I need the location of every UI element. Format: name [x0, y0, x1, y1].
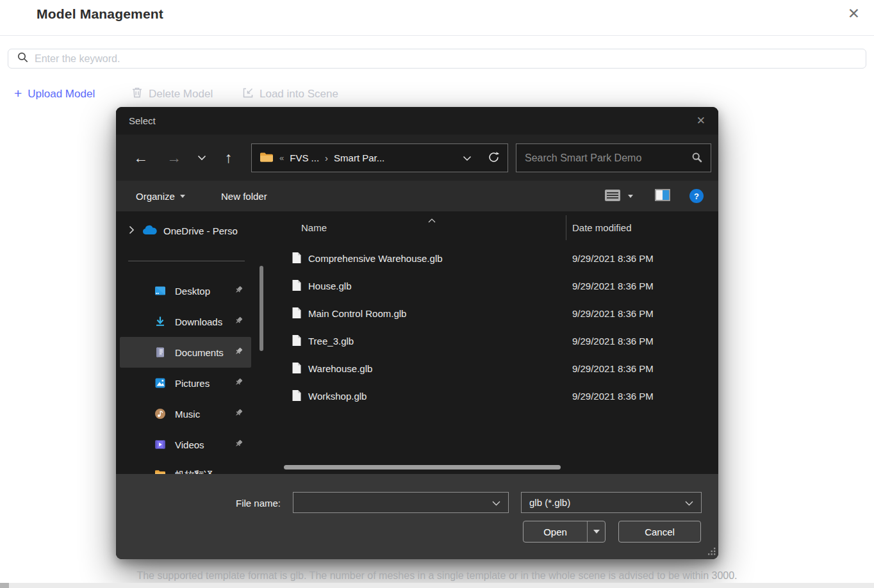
page-scrollbar-thumb[interactable]	[0, 583, 9, 588]
address-bar[interactable]: « FVS ... › Smart Par...	[251, 143, 508, 172]
dialog-search-input[interactable]	[525, 152, 686, 164]
pin-icon	[233, 316, 243, 328]
sidebar-item-music[interactable]: Music	[120, 398, 251, 429]
file-date: 9/29/2021 8:36 PM	[572, 281, 654, 291]
load-into-scene-button[interactable]: Load into Scene	[242, 84, 338, 104]
sidebar-item-videos[interactable]: Videos	[120, 429, 251, 460]
folder-icon	[154, 470, 166, 474]
navigation-pane: OneDrive - Perso Desktop	[116, 211, 276, 474]
sidebar-item-label: 帆软翻译	[175, 470, 213, 475]
model-management-window: Model Management ✕ + Upload Model Delete…	[0, 0, 874, 588]
page-horizontal-scrollbar[interactable]	[0, 583, 874, 588]
sidebar-item-label: Downloads	[175, 316, 222, 327]
plus-icon: +	[14, 86, 22, 101]
file-name-label: File name:	[236, 498, 281, 509]
file-name: Comprehensive Warehouse.glb	[308, 253, 443, 264]
column-divider[interactable]	[566, 215, 566, 240]
back-button[interactable]: ←	[133, 135, 148, 181]
sidebar-item-label: Videos	[175, 439, 204, 450]
file-date: 9/29/2021 8:36 PM	[572, 391, 654, 402]
breadcrumb-segment-fvs[interactable]: FVS ...	[290, 152, 319, 163]
search-input[interactable]	[35, 53, 857, 65]
breadcrumb-overflow-icon[interactable]: «	[279, 153, 284, 163]
forward-button[interactable]: →	[167, 135, 181, 181]
file-row[interactable]: Warehouse.glb 9/29/2021 8:36 PM	[282, 355, 718, 382]
combo-chevron-icon[interactable]	[685, 497, 693, 508]
organize-button[interactable]: Organize	[136, 181, 185, 211]
footer-note: The supported template format is glb. Th…	[0, 570, 874, 582]
file-name: Tree_3.glb	[308, 336, 354, 347]
search-icon	[17, 52, 28, 65]
sidebar-item-label: Desktop	[175, 286, 210, 297]
sidebar-item-desktop[interactable]: Desktop	[120, 275, 251, 306]
load-into-scene-label: Load into Scene	[260, 88, 338, 101]
videos-icon	[154, 439, 166, 450]
help-button[interactable]: ?	[689, 181, 704, 211]
file-icon	[292, 389, 302, 404]
new-folder-button[interactable]: New folder	[221, 181, 267, 211]
preview-pane-icon	[655, 189, 670, 203]
combo-chevron-icon[interactable]	[492, 497, 500, 508]
sidebar-item-documents[interactable]: Documents	[120, 337, 251, 368]
sidebar-item-onedrive[interactable]: OneDrive - Perso	[129, 221, 268, 240]
dialog-search-icon	[691, 152, 702, 165]
preview-pane-button[interactable]	[655, 181, 670, 211]
recent-locations-chevron-icon[interactable]	[197, 135, 206, 181]
column-header-date-modified[interactable]: Date modified	[572, 222, 632, 233]
horizontal-scrollbar[interactable]	[284, 465, 561, 470]
pin-icon	[233, 285, 243, 297]
downloads-icon	[154, 316, 166, 327]
up-button[interactable]: ↑	[225, 135, 233, 181]
sidebar-item-downloads[interactable]: Downloads	[120, 306, 251, 337]
sidebar-scrollbar[interactable]	[260, 266, 263, 351]
file-row[interactable]: Comprehensive Warehouse.glb 9/29/2021 8:…	[282, 245, 718, 272]
column-header-name[interactable]: Name	[301, 222, 327, 233]
onedrive-label: OneDrive - Perso	[163, 225, 268, 236]
refresh-icon[interactable]	[488, 151, 500, 165]
file-icon	[292, 334, 302, 348]
sidebar-item-label: Music	[175, 409, 200, 420]
open-dropdown-button[interactable]	[588, 530, 605, 534]
close-icon[interactable]: ✕	[848, 6, 860, 21]
file-type-combo[interactable]: glb (*.glb)	[521, 492, 702, 513]
address-dropdown-chevron-icon[interactable]	[463, 152, 472, 163]
keyword-search-field[interactable]	[8, 49, 866, 69]
file-icon	[292, 279, 302, 293]
folder-icon	[260, 152, 274, 165]
organize-label: Organize	[136, 191, 175, 202]
sidebar-item-label: Pictures	[175, 378, 210, 389]
dialog-content: OneDrive - Perso Desktop	[116, 211, 718, 474]
navigation-bar: ← → ↑ « FVS ... › Smart Par...	[116, 135, 718, 181]
sidebar-item-pictures[interactable]: Pictures	[120, 368, 251, 398]
breadcrumb-separator-icon: ›	[325, 152, 328, 163]
trash-icon	[131, 86, 143, 102]
file-row[interactable]: Main Control Room.glb 9/29/2021 8:36 PM	[282, 300, 718, 327]
view-mode-button[interactable]	[604, 181, 621, 211]
open-button-label: Open	[524, 527, 587, 537]
open-button[interactable]: Open	[523, 521, 606, 543]
breadcrumb-segment-smart-park[interactable]: Smart Par...	[334, 152, 384, 163]
new-folder-label: New folder	[221, 191, 267, 202]
file-name-combo[interactable]	[293, 492, 509, 513]
sidebar-item-folder[interactable]: 帆软翻译	[120, 460, 251, 474]
file-date: 9/29/2021 8:36 PM	[572, 336, 654, 347]
file-row[interactable]: Workshop.glb 9/29/2021 8:36 PM	[282, 382, 718, 410]
load-into-scene-icon	[242, 87, 254, 102]
pictures-icon	[154, 377, 166, 389]
dialog-close-icon[interactable]: ✕	[697, 114, 705, 127]
file-row[interactable]: House.glb 9/29/2021 8:36 PM	[282, 272, 718, 300]
delete-model-button[interactable]: Delete Model	[131, 84, 213, 104]
view-mode-caret-button[interactable]	[628, 181, 633, 211]
expand-chevron-icon	[129, 225, 135, 236]
file-row[interactable]: Tree_3.glb 9/29/2021 8:36 PM	[282, 327, 718, 355]
pin-icon	[233, 408, 243, 420]
dialog-search-field[interactable]	[516, 143, 711, 172]
upload-model-button[interactable]: + Upload Model	[14, 84, 95, 104]
documents-icon	[154, 347, 166, 358]
sidebar-divider	[128, 261, 245, 261]
resize-grip-icon[interactable]	[707, 546, 716, 557]
file-select-dialog: Select ✕ ← → ↑ « FVS ... › Smart Par...	[116, 107, 718, 559]
file-name: House.glb	[308, 281, 352, 291]
organize-caret-icon	[180, 195, 185, 198]
cancel-button[interactable]: Cancel	[618, 521, 701, 543]
